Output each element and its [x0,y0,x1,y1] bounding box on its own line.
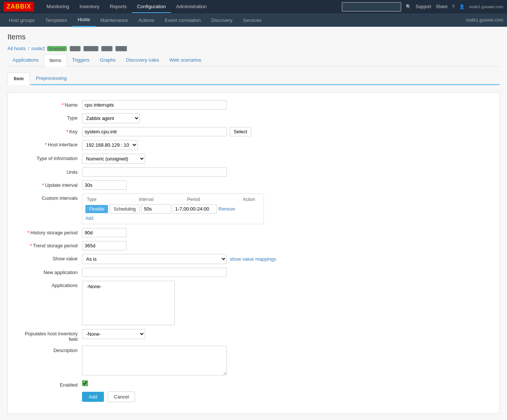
host-interface-select[interactable]: 192.168.80.129 : 10050 [82,140,138,150]
top-nav-links: Monitoring Inventory Reports Configurati… [42,1,212,13]
flexible-button[interactable]: Flexible [85,205,108,213]
tag-jmx: JMX [101,46,112,51]
trend-storage-input[interactable] [82,241,127,250]
host-interface-label: Host interface [15,140,82,147]
key-input[interactable] [82,127,227,136]
cancel-button[interactable]: Cancel [108,391,135,402]
nav-hosts[interactable]: Hosts [72,13,95,27]
populates-select[interactable]: -None- [82,329,145,339]
type-select[interactable]: Zabbix agent Zabbix agent (active) Simpl… [82,113,140,123]
nav-actions[interactable]: Actions [133,14,160,27]
interval-row-1: Flexible Scheduling Remove [85,204,261,214]
zabbix-logo: ZABBIX [4,2,34,12]
scheduling-button[interactable]: Scheduling [109,205,140,214]
show-value-row: Show value As is show value mappings [15,254,492,264]
breadcrumb-slash: / [28,46,29,51]
nav-services[interactable]: Services [238,14,266,27]
form-buttons: Add Cancel [82,391,492,402]
type-label: Type [15,113,82,121]
nav-host-groups[interactable]: Host groups [4,14,40,27]
units-label: Units [15,167,82,175]
page-title: Items [7,33,500,41]
new-application-row: New application [15,268,492,277]
nav-templates[interactable]: Templates [40,14,72,27]
subnav-triggers[interactable]: Triggers [67,54,95,66]
type-of-info-select[interactable]: Numeric (unsigned) Numeric (float) Chara… [82,154,145,164]
trend-storage-row: Trend storage period [15,241,492,250]
share-link[interactable]: Share [436,4,448,9]
applications-listbox[interactable]: -None- [82,281,175,325]
user-icon[interactable]: 👤 [459,4,465,9]
trend-storage-label: Trend storage period [15,241,82,248]
nav-reports[interactable]: Reports [105,1,132,13]
history-storage-row: History storage period [15,228,492,237]
node-name: node1.guowei.com [469,4,503,9]
subnav-graphs[interactable]: Graphs [95,54,121,66]
applications-row: Applications -None- [15,281,492,325]
subnav-web-scenarios[interactable]: Web scenarios [164,54,207,66]
update-interval-field [82,180,492,190]
name-row: Name [15,100,492,110]
breadcrumb-all-hosts[interactable]: All hosts [7,46,26,51]
enabled-checkbox[interactable] [82,380,88,386]
custom-intervals-field: Type Interval Period Action Flexible Sch… [82,193,492,224]
type-of-info-field: Numeric (unsigned) Numeric (float) Chara… [82,154,492,164]
show-value-label: Show value [15,254,82,261]
value-mapping-link[interactable]: show value mappings [230,256,276,262]
help-icon[interactable]: ? [452,4,455,9]
breadcrumb-node[interactable]: node2 [32,46,45,51]
tag-ipmi: IPMI [115,46,127,51]
tab-preprocessing[interactable]: Preprocessing [30,72,73,84]
form-tabs: Item Preprocessing [7,72,500,85]
show-value-field: As is show value mappings [82,254,492,264]
col-interval-header: Interval [139,197,187,202]
tab-item[interactable]: Item [7,72,30,85]
populates-label: Populates host inventory field [15,329,82,342]
search-icon[interactable]: 🔍 [406,4,411,9]
nav-administration[interactable]: Administration [171,1,212,13]
description-textarea[interactable] [82,346,227,375]
remove-link[interactable]: Remove [219,206,235,212]
select-button[interactable]: Select [230,127,251,136]
key-label: Key [15,127,82,134]
col-period-header: Period [187,197,243,202]
custom-intervals-row: Custom intervals Type Interval Period Ac… [15,193,492,224]
history-storage-input[interactable] [82,228,127,237]
host-interface-row: Host interface 192.168.80.129 : 10050 [15,140,492,150]
nav-inventory[interactable]: Inventory [74,1,104,13]
breadcrumb: All hosts / node2 Enabled ZBX SNMP JMX I… [7,46,500,51]
nav-discovery[interactable]: Discovery [206,14,238,27]
col-action-header: Action [243,197,259,202]
top-navigation: ZABBIX Monitoring Inventory Reports Conf… [0,0,507,13]
enabled-badge: Enabled [47,46,67,51]
applications-field: -None- [82,281,492,325]
subnav-items[interactable]: Items [44,54,67,66]
support-link[interactable]: Support [416,4,431,9]
item-form: Name Type Zabbix agent Zabbix agent (act… [7,92,500,414]
interval-input[interactable] [141,204,171,214]
subnav-applications[interactable]: Applications [7,54,44,66]
type-of-info-label: Type of information [15,154,82,161]
nav-monitoring[interactable]: Monitoring [42,1,75,13]
nav-configuration[interactable]: Configuration [132,1,171,13]
type-of-info-row: Type of information Numeric (unsigned) N… [15,154,492,164]
add-button[interactable]: Add [82,392,104,402]
name-input[interactable] [82,100,227,110]
type-row: Type Zabbix agent Zabbix agent (active) … [15,113,492,123]
nav-maintenance[interactable]: Maintenance [95,14,133,27]
enabled-label: Enabled [15,380,82,388]
show-value-select[interactable]: As is [82,254,227,264]
key-row: Key Select [15,127,492,136]
search-input[interactable] [342,2,401,12]
new-application-label: New application [15,268,82,275]
second-navigation: Host groups Templates Hosts Maintenance … [0,13,507,27]
nav-event-correlation[interactable]: Event correlation [160,14,206,27]
new-application-input[interactable] [82,268,227,277]
update-interval-input[interactable] [82,180,127,190]
units-input[interactable] [82,167,227,177]
subnav-discovery-rules[interactable]: Discovery rules [121,54,164,66]
add-interval-link[interactable]: Add [85,216,261,221]
period-input[interactable] [173,204,217,214]
name-label: Name [15,100,82,108]
custom-intervals-box: Type Interval Period Action Flexible Sch… [82,193,264,224]
